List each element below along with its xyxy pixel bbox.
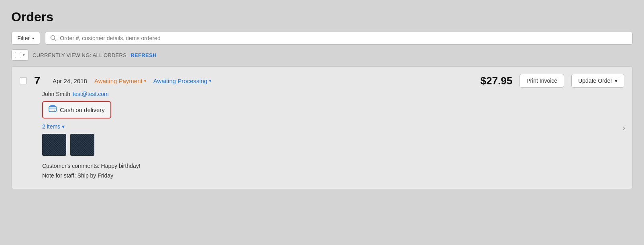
update-order-chevron-icon: ▾: [615, 78, 618, 84]
select-all-checkbox[interactable]: [15, 52, 21, 58]
fulfillment-status-chevron-icon: ▾: [209, 79, 211, 83]
payment-method-label: Cash on delivery: [60, 106, 105, 113]
items-toggle[interactable]: 2 items ▾: [42, 123, 624, 130]
fulfillment-status-label: Awaiting Processing: [153, 78, 208, 84]
order-notes: Customer's comments: Happy birthday! Not…: [42, 161, 624, 181]
order-date: Apr 24, 2018: [53, 78, 87, 84]
customer-email-link[interactable]: test@test.com: [73, 91, 109, 97]
wallet-icon: [49, 105, 57, 114]
svg-rect-2: [49, 106, 56, 112]
order-checkbox[interactable]: [20, 77, 27, 84]
sub-toolbar: ▾ CURRENTLY VIEWING: ALL ORDERS REFRESH: [11, 49, 633, 61]
viewing-label: CURRENTLY VIEWING: ALL ORDERS: [33, 52, 126, 58]
order-customer: John Smith test@test.com: [42, 91, 624, 97]
print-invoice-button[interactable]: Print Invoice: [520, 74, 564, 88]
customer-name: John Smith: [42, 91, 70, 97]
product-thumbnails: [42, 134, 624, 156]
order-header: 7 Apr 24, 2018 Awaiting Payment ▾ Awaiti…: [20, 74, 624, 88]
payment-method-box: Cash on delivery: [42, 101, 111, 118]
search-bar: [45, 32, 633, 45]
filter-label: Filter: [17, 35, 30, 41]
update-order-button[interactable]: Update Order ▾: [571, 74, 624, 88]
refresh-link[interactable]: REFRESH: [130, 52, 157, 58]
items-count-label: 2 items: [42, 123, 60, 130]
order-number: 7: [34, 74, 45, 87]
filter-button[interactable]: Filter ▾: [11, 32, 40, 45]
toolbar: Filter ▾: [11, 32, 633, 45]
select-all-chevron-icon: ▾: [23, 53, 25, 57]
payment-status-chevron-icon: ▾: [144, 79, 146, 83]
svg-line-1: [55, 39, 56, 41]
payment-status-dropdown[interactable]: Awaiting Payment ▾: [94, 78, 146, 84]
fulfillment-status-dropdown[interactable]: Awaiting Processing ▾: [153, 78, 211, 84]
payment-status-label: Awaiting Payment: [94, 78, 143, 84]
filter-chevron-icon: ▾: [32, 36, 34, 41]
items-chevron-icon: ▾: [62, 123, 65, 130]
customer-comment: Customer's comments: Happy birthday!: [42, 161, 624, 171]
staff-note: Note for staff: Ship by Friday: [42, 171, 624, 181]
page-title: Orders: [11, 10, 633, 24]
search-input[interactable]: [60, 35, 628, 41]
order-card: 7 Apr 24, 2018 Awaiting Payment ▾ Awaiti…: [11, 66, 633, 189]
product-thumbnail-2: [70, 134, 94, 156]
product-thumbnail-1: [42, 134, 66, 156]
order-expand-icon[interactable]: ›: [623, 123, 625, 132]
order-price: $27.95: [481, 75, 513, 87]
select-all-checkbox-dropdown[interactable]: ▾: [11, 49, 29, 61]
search-icon: [50, 35, 57, 41]
